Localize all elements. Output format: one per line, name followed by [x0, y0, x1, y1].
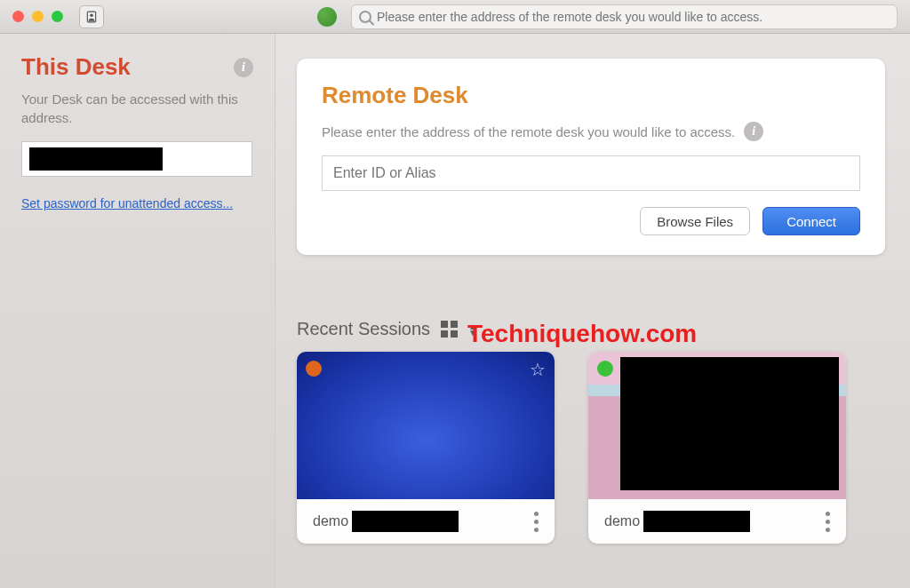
set-password-link[interactable]: Set password for unattended access...	[21, 196, 233, 211]
status-dot-icon	[597, 361, 613, 377]
session-menu-button[interactable]	[534, 512, 539, 532]
grid-view-icon[interactable]	[441, 321, 458, 338]
this-desk-description: Your Desk can be accessed with this addr…	[21, 90, 253, 127]
remote-desk-card: Remote Desk Please enter the address of …	[297, 59, 885, 255]
close-window-button[interactable]	[12, 11, 24, 22]
this-desk-title: This Desk	[21, 53, 131, 81]
session-card[interactable]: demo	[588, 352, 846, 544]
favorite-icon[interactable]: ☆	[530, 359, 546, 380]
search-icon	[359, 11, 371, 23]
remote-id-input[interactable]	[322, 155, 860, 191]
info-icon[interactable]: i	[234, 58, 253, 77]
recent-sessions-title: Recent Sessions	[297, 319, 430, 339]
address-search-input[interactable]	[377, 10, 890, 24]
status-dot-icon	[306, 361, 322, 377]
connect-button[interactable]: Connect	[762, 207, 860, 235]
status-indicator-icon	[317, 7, 337, 27]
title-bar	[0, 0, 910, 34]
remote-desk-description: Please enter the address of the remote d…	[322, 124, 735, 139]
this-desk-panel: This Desk i Your Desk can be accessed wi…	[0, 34, 275, 588]
watermark-text: Techniquehow.com	[467, 320, 697, 348]
session-name-prefix: demo	[313, 513, 348, 529]
recent-sessions-section: Recent Sessions ▲▼ ☆ demo	[297, 319, 885, 544]
session-menu-button[interactable]	[826, 512, 830, 532]
minimize-window-button[interactable]	[32, 11, 44, 22]
main-panel: Remote Desk Please enter the address of …	[275, 34, 910, 588]
redacted-address	[29, 147, 163, 171]
app-body: This Desk i Your Desk can be accessed wi…	[0, 34, 910, 588]
session-name: demo	[313, 511, 459, 532]
address-search[interactable]	[351, 4, 898, 29]
info-icon[interactable]: i	[744, 122, 763, 141]
window-controls	[12, 11, 63, 22]
session-name-prefix: demo	[604, 513, 640, 529]
session-thumbnail: ☆	[297, 352, 555, 499]
maximize-window-button[interactable]	[52, 11, 63, 22]
svg-point-1	[90, 13, 93, 17]
redacted-name	[352, 511, 459, 532]
this-desk-address-field[interactable]	[21, 141, 252, 177]
session-card[interactable]: ☆ demo	[297, 352, 555, 544]
contacts-button[interactable]	[79, 5, 104, 28]
session-thumbnail	[588, 352, 846, 499]
redacted-thumbnail	[620, 357, 839, 490]
session-name: demo	[604, 511, 750, 532]
redacted-name	[643, 511, 750, 532]
remote-desk-title: Remote Desk	[322, 82, 860, 109]
person-icon	[85, 11, 98, 23]
browse-files-button[interactable]: Browse Files	[640, 207, 750, 235]
